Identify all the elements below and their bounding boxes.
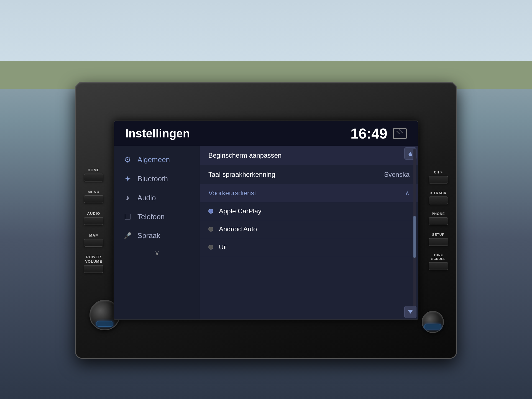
menu-button[interactable]: MENU — [84, 190, 103, 203]
android-label: Android Auto — [219, 225, 257, 233]
chevron-down-icon: ∨ — [155, 249, 160, 257]
chevron-up-icon: ∧ — [405, 190, 410, 197]
android-option[interactable]: Android Auto — [200, 220, 418, 238]
content-inner: Beginscherm aanpassen Taal spraakherkenn… — [200, 146, 418, 319]
background-scene — [0, 0, 532, 89]
home-button[interactable]: HOME — [84, 168, 103, 181]
android-radio-dot — [208, 227, 213, 232]
clock-display: 16:49 — [351, 125, 387, 142]
sidebar-label-algemeen: Algemeen — [137, 155, 170, 164]
tune-scroll-button[interactable]: TUNE SCROLL — [429, 254, 448, 270]
sidebar-label-spraak: Spraak — [137, 231, 160, 240]
carplay-label: Apple CarPlay — [219, 207, 261, 215]
beginscherm-label: Beginscherm aanpassen — [208, 152, 410, 159]
taal-value: Svenska — [384, 171, 410, 178]
sidebar-label-audio: Audio — [137, 194, 156, 202]
settings-sidebar: ⚙ Algemeen ✦ Bluetooth ♪ Audio ☐ Telefoo… — [114, 146, 200, 319]
page-title: Instellingen — [125, 127, 351, 140]
map-button[interactable]: MAP — [84, 233, 103, 247]
voorkeursdienst-section-header[interactable]: Voorkeursdienst ∧ — [200, 184, 418, 202]
screen-header: Instellingen 16:49 — [114, 121, 418, 146]
sidebar-item-algemeen[interactable]: ⚙ Algemeen — [114, 150, 200, 169]
audio-button[interactable]: AUDIO — [84, 211, 103, 225]
sidebar-item-spraak[interactable]: 🎤 Spraak — [114, 226, 200, 245]
setup-button[interactable]: SETUP — [429, 233, 448, 246]
beginscherm-row[interactable]: Beginscherm aanpassen — [200, 146, 418, 165]
track-button[interactable]: < TRACK — [429, 191, 448, 204]
ch-button[interactable]: CH > — [429, 170, 448, 183]
voice-icon: 🎤 — [122, 232, 132, 239]
uit-radio-dot — [208, 245, 213, 250]
screen-body: ⚙ Algemeen ✦ Bluetooth ♪ Audio ☐ Telefoo… — [114, 146, 418, 319]
infotainment-screen: Instellingen 16:49 ⚙ Algemeen ✦ Bluetoot… — [114, 121, 418, 320]
sidebar-more-button[interactable]: ∨ — [114, 245, 200, 261]
taal-row[interactable]: Taal spraakherkenning Svenska — [200, 165, 418, 184]
bluetooth-icon: ✦ — [122, 174, 132, 183]
scroll-down-button[interactable] — [404, 306, 416, 318]
gear-icon: ⚙ — [122, 155, 132, 164]
sidebar-label-bluetooth: Bluetooth — [137, 175, 168, 183]
phone-icon: ☐ — [122, 212, 132, 221]
scrollbar-thumb[interactable] — [413, 216, 416, 258]
sidebar-item-telefoon[interactable]: ☐ Telefoon — [114, 207, 200, 226]
left-controls: HOME MENU AUDIO MAP POWER VOLUME — [84, 168, 103, 273]
music-icon: ♪ — [122, 193, 132, 202]
car-surround: HOME MENU AUDIO MAP POWER VOLUME — [0, 0, 532, 399]
right-knob-area — [422, 311, 444, 333]
power-volume-button[interactable]: POWER VOLUME — [84, 255, 103, 273]
carplay-option[interactable]: Apple CarPlay — [200, 202, 418, 220]
tune-scroll-knob[interactable] — [422, 311, 444, 333]
sidebar-item-bluetooth[interactable]: ✦ Bluetooth — [114, 169, 200, 188]
phone-button[interactable]: PHONE — [429, 212, 448, 225]
sidebar-item-audio[interactable]: ♪ Audio — [114, 188, 200, 207]
head-unit-bezel: HOME MENU AUDIO MAP POWER VOLUME — [75, 82, 457, 359]
voorkeursdienst-label: Voorkeursdienst — [208, 189, 405, 197]
sidebar-label-telefoon: Telefoon — [137, 213, 165, 221]
scrollbar-track — [413, 149, 416, 317]
uit-option[interactable]: Uit — [200, 238, 418, 256]
taal-label: Taal spraakherkenning — [208, 171, 384, 178]
carplay-radio-dot — [208, 209, 213, 214]
right-controls: CH > < TRACK PHONE SETUP TUNE SCROLL — [429, 170, 448, 270]
content-panel: Beginscherm aanpassen Taal spraakherkenn… — [200, 146, 418, 319]
uit-label: Uit — [219, 243, 227, 251]
signal-icon — [393, 128, 407, 139]
